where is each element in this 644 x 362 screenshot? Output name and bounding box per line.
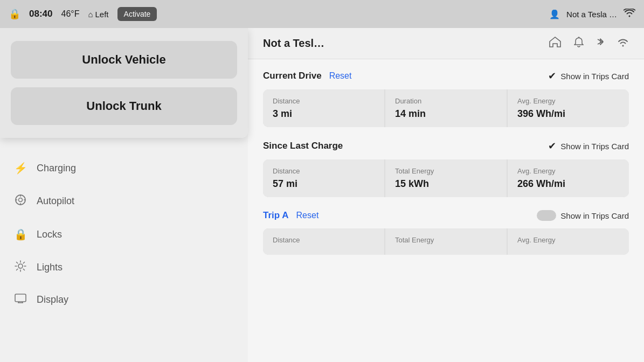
trip-a-show-label: Show in Trips Card: [560, 211, 629, 220]
unlock-trunk-button[interactable]: Unlock Trunk: [11, 87, 237, 125]
trip-a-stat-1: Total Energy: [385, 228, 507, 255]
display-label: Display: [37, 294, 68, 305]
status-time: 08:40: [29, 9, 52, 19]
home-icon: ⌂: [88, 10, 93, 19]
status-location: ⌂ Left: [88, 10, 108, 19]
sidebar-item-lights[interactable]: Lights: [13, 250, 235, 284]
wifi-icon-header: [624, 9, 635, 20]
trip-a-toggle[interactable]: [537, 210, 556, 221]
trip-a-header-row: Trip A Reset Show in Trips Card: [263, 210, 629, 221]
charging-icon: ⚡: [13, 162, 28, 175]
main-container: Unlock Vehicle Unlock Trunk ⚡ Charging: [0, 28, 644, 362]
header-icons: [549, 37, 629, 50]
slc-stat-value-2: 266 Wh/mi: [517, 178, 619, 190]
bluetooth-icon[interactable]: [597, 37, 604, 50]
svg-rect-15: [15, 294, 26, 302]
slc-stat-label-2: Avg. Energy: [517, 167, 619, 175]
current-drive-stats: Distance 3 mi Duration 14 min Avg. Energ…: [263, 89, 629, 127]
lights-icon: [13, 260, 28, 274]
trip-a-stat-label-0: Distance: [273, 236, 375, 244]
trip-a-reset[interactable]: Reset: [296, 211, 319, 220]
current-drive-show-trips: ✔ Show in Trips Card: [548, 70, 629, 82]
current-drive-title: Current Drive: [263, 71, 322, 81]
trip-a-section: Trip A Reset Show in Trips Card Distance…: [263, 210, 629, 255]
stat-value-avg-energy: 396 Wh/mi: [517, 108, 619, 120]
current-drive-reset[interactable]: Reset: [329, 71, 352, 81]
wifi-icon-content[interactable]: [617, 37, 629, 50]
slc-stat-label-0: Distance: [273, 167, 375, 175]
sidebar-item-locks[interactable]: 🔒 Locks: [13, 218, 235, 250]
lock-status-icon: 🔒: [9, 8, 20, 20]
status-bar: 🔒 08:40 46°F ⌂ Left Activate 👤 Not a Tes…: [0, 0, 644, 28]
current-drive-show-label: Show in Trips Card: [560, 72, 629, 81]
stat-value-duration: 14 min: [395, 108, 497, 120]
stat-value-distance: 3 mi: [273, 108, 375, 120]
unlock-popup: Unlock Vehicle Unlock Trunk: [0, 28, 248, 138]
current-drive-stat-0: Distance 3 mi: [263, 89, 384, 127]
current-drive-stat-2: Avg. Energy 396 Wh/mi: [508, 89, 629, 127]
current-drive-checkmark: ✔: [548, 70, 556, 82]
location-label: Left: [95, 10, 109, 19]
trip-a-stat-label-1: Total Energy: [395, 236, 497, 244]
trip-a-show-trips: Show in Trips Card: [537, 210, 629, 221]
sidebar: Unlock Vehicle Unlock Trunk ⚡ Charging: [0, 28, 248, 362]
trip-a-stat-label-2: Avg. Energy: [517, 236, 619, 244]
trip-a-stat-2: Avg. Energy: [508, 228, 629, 255]
stat-label-distance: Distance: [273, 97, 375, 105]
content-area: Not a Tesl…: [248, 28, 644, 362]
status-temperature: 46°F: [61, 9, 79, 19]
since-last-charge-section: Since Last Charge ✔ Show in Trips Card D…: [263, 140, 629, 197]
stat-label-duration: Duration: [395, 97, 497, 105]
user-icon: 👤: [549, 9, 560, 19]
since-last-charge-title: Since Last Charge: [263, 141, 343, 151]
svg-line-11: [17, 262, 18, 263]
sidebar-item-autopilot[interactable]: Autopilot: [13, 184, 235, 218]
current-drive-header-row: Current Drive Reset ✔ Show in Trips Card: [263, 70, 629, 82]
autopilot-label: Autopilot: [37, 196, 74, 207]
sidebar-item-charging[interactable]: ⚡ Charging: [13, 152, 235, 184]
sidebar-item-display[interactable]: Display: [13, 284, 235, 315]
svg-line-12: [23, 269, 24, 270]
trip-a-stats-grid: Distance Total Energy Avg. Energy: [263, 228, 629, 255]
locks-label: Locks: [37, 229, 62, 240]
trips-section: Current Drive Reset ✔ Show in Trips Card…: [248, 59, 644, 266]
since-last-charge-show-label: Show in Trips Card: [560, 142, 629, 151]
activate-button[interactable]: Activate: [117, 7, 157, 21]
bell-icon[interactable]: [574, 37, 584, 50]
status-bar-right: 👤 Not a Tesla …: [549, 9, 635, 20]
display-icon: [13, 294, 28, 305]
since-last-charge-header-row: Since Last Charge ✔ Show in Trips Card: [263, 140, 629, 152]
stat-label-avg-energy: Avg. Energy: [517, 97, 619, 105]
svg-line-13: [23, 262, 24, 263]
trip-a-label[interactable]: Trip A: [263, 210, 289, 221]
garage-icon[interactable]: [549, 37, 561, 50]
trip-a-stat-0: Distance: [263, 228, 384, 255]
sidebar-navigation: ⚡ Charging Autopilot 🔒: [0, 141, 248, 326]
vehicle-name-header: Not a Tesla …: [566, 10, 617, 19]
svg-point-6: [18, 264, 23, 268]
content-header: Not a Tesl…: [248, 28, 644, 59]
status-bar-left: 🔒 08:40 46°F ⌂ Left Activate: [9, 7, 541, 21]
current-drive-stat-1: Duration 14 min: [385, 89, 507, 127]
since-last-charge-checkmark: ✔: [548, 140, 556, 152]
autopilot-icon: [13, 194, 28, 208]
slc-stat-label-1: Total Energy: [395, 167, 497, 175]
current-drive-section: Current Drive Reset ✔ Show in Trips Card…: [263, 70, 629, 127]
svg-point-1: [19, 198, 23, 202]
locks-icon: 🔒: [13, 228, 28, 241]
since-last-charge-show-trips: ✔ Show in Trips Card: [548, 140, 629, 152]
slc-stat-value-0: 57 mi: [273, 178, 375, 190]
trip-a-title-row: Trip A Reset: [263, 210, 318, 221]
current-drive-title-row: Current Drive Reset: [263, 71, 351, 81]
svg-line-14: [17, 269, 18, 270]
since-last-charge-stat-2: Avg. Energy 266 Wh/mi: [508, 159, 629, 197]
lights-label: Lights: [37, 262, 63, 273]
charging-label: Charging: [37, 163, 76, 174]
since-last-charge-stat-0: Distance 57 mi: [263, 159, 384, 197]
since-last-charge-stats: Distance 57 mi Total Energy 15 kWh Avg. …: [263, 159, 629, 197]
since-last-charge-stat-1: Total Energy 15 kWh: [385, 159, 507, 197]
vehicle-name: Not a Tesl…: [263, 37, 324, 50]
unlock-vehicle-button[interactable]: Unlock Vehicle: [11, 41, 237, 79]
slc-stat-value-1: 15 kWh: [395, 178, 497, 190]
